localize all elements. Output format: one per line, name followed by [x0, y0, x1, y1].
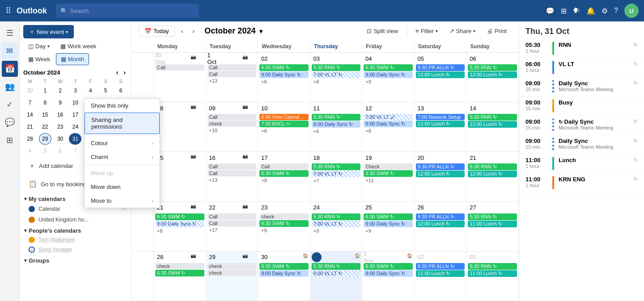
- cal-event[interactable]: 12:00 Lunch ↻: [416, 71, 465, 78]
- day-number[interactable]: 12: [364, 103, 373, 113]
- cal-event[interactable]: 12:00 Lunch ↻: [468, 121, 517, 128]
- day-number[interactable]: 28: [155, 252, 165, 262]
- ctx-charm[interactable]: Charm ›: [85, 150, 160, 164]
- cal-event[interactable]: 6:30 SWM ↻: [259, 220, 309, 227]
- week-button[interactable]: ▦ Week: [23, 53, 55, 65]
- mini-cal-day[interactable]: 9: [54, 97, 67, 109]
- cal-more-link[interactable]: +9: [312, 228, 361, 234]
- cal-event[interactable]: 5:30 RNN ↻: [468, 263, 517, 270]
- cal-event[interactable]: Call: [208, 220, 257, 226]
- cal-more-link[interactable]: +9: [364, 79, 413, 85]
- mini-cal-day[interactable]: 22: [39, 121, 51, 133]
- cal-event[interactable]: 6:30 SWM ↻: [259, 263, 309, 270]
- day-number[interactable]: 13: [416, 103, 426, 113]
- nav-tasks[interactable]: ✓: [2, 96, 18, 113]
- day-number[interactable]: 25: [364, 203, 373, 213]
- peoples-calendars-header[interactable]: ▾ People's calendars: [20, 225, 131, 235]
- cal-event[interactable]: 6:30 SWM ↻: [259, 170, 309, 177]
- cal-event[interactable]: 5:30 RNN ↻: [312, 64, 361, 71]
- cal-prev-button[interactable]: ‹: [178, 26, 186, 36]
- nav-hamburger[interactable]: ☰: [2, 25, 18, 41]
- mini-cal-day[interactable]: 10: [69, 97, 81, 109]
- cal-event[interactable]: 7:00 VL LT 🖊: [364, 114, 413, 120]
- mini-cal-day[interactable]: 6: [54, 145, 67, 157]
- day-number[interactable]: 26: [416, 203, 426, 213]
- mini-cal-day[interactable]: 30: [54, 133, 67, 145]
- ctx-move-to[interactable]: Move to ›: [85, 194, 160, 208]
- day-number[interactable]: 18: [312, 153, 322, 163]
- day-number[interactable]: 1 Oct: [208, 54, 217, 63]
- cal-event[interactable]: 11:00 Lunch ↻: [416, 270, 465, 277]
- cal-more-link[interactable]: +9: [259, 227, 309, 234]
- mini-cal-day[interactable]: 8: [39, 97, 51, 109]
- cal-event[interactable]: Call: [208, 64, 257, 71]
- day-view-button[interactable]: ◫ Day ▾: [23, 40, 55, 52]
- ctx-move-down[interactable]: Move down: [85, 180, 160, 194]
- cal-more-link[interactable]: +13: [208, 78, 257, 84]
- help-icon[interactable]: ?: [614, 7, 618, 15]
- mini-cal-day[interactable]: 1: [39, 85, 51, 96]
- cal-event[interactable]: 9:00 Daily Sync ↻: [364, 270, 413, 277]
- mini-cal-day[interactable]: 23: [54, 121, 67, 133]
- cal-event[interactable]: 12:00 Lunch ↻: [468, 171, 517, 177]
- cal-event[interactable]: check: [208, 121, 257, 127]
- day-number-31[interactable]: 31: [312, 252, 322, 262]
- calendar-item-person1[interactable]: Tom Watkinsen: [20, 235, 131, 245]
- cal-more-link[interactable]: +8: [155, 228, 204, 234]
- cal-event[interactable]: 5:30 RNN ↻: [468, 114, 517, 121]
- cal-event[interactable]: 8:30 PR ALLN ↻: [416, 263, 465, 270]
- mini-cal-next[interactable]: ›: [122, 68, 127, 77]
- month-button[interactable]: ▦ Month: [56, 53, 89, 65]
- nav-calendar[interactable]: 📅: [2, 61, 18, 77]
- day-number[interactable]: 22: [208, 203, 217, 213]
- cal-event[interactable]: 7:00 VL LT ↻: [312, 221, 361, 227]
- calendar-title-dropdown[interactable]: ▾: [259, 28, 263, 35]
- cal-event[interactable]: 12:00 Lunch ↻: [416, 171, 465, 177]
- mini-cal-day[interactable]: 5: [99, 85, 112, 96]
- cal-event[interactable]: 6:30 SWM ↻: [155, 213, 204, 220]
- day-number[interactable]: 09: [208, 103, 217, 113]
- cal-more-link[interactable]: +8: [364, 128, 413, 134]
- cal-event[interactable]: 7:00 VL LT ↻: [312, 171, 361, 177]
- cal-event[interactable]: 7:30 BSCL ✂: [259, 121, 309, 127]
- cal-event[interactable]: 5:30 RNN ↻: [312, 163, 361, 170]
- cal-event[interactable]: 6:00 VL LT ↻: [312, 270, 361, 277]
- mini-cal-day-31[interactable]: 31: [69, 133, 81, 145]
- cal-more-link[interactable]: +10: [208, 127, 257, 134]
- cal-event[interactable]: 11:00 Lunch ↻: [468, 221, 517, 227]
- feedback-icon[interactable]: 🗣: [573, 7, 580, 15]
- cal-more-link[interactable]: +7: [312, 178, 361, 184]
- day-number[interactable]: 03: [468, 252, 478, 262]
- day-number[interactable]: 11: [312, 103, 322, 113]
- cal-more-link[interactable]: +6: [259, 79, 309, 85]
- day-number[interactable]: 04: [364, 54, 373, 63]
- right-event-lunch[interactable]: 11:00 1 hour Lunch ↻: [519, 154, 644, 173]
- day-number[interactable]: 02: [416, 252, 426, 262]
- right-event-dailysync3[interactable]: 09:00 15 min Daily Sync Microsoft Teams …: [519, 135, 644, 154]
- notifications-icon[interactable]: 🔔: [586, 7, 595, 15]
- nav-people[interactable]: 👥: [2, 79, 18, 95]
- right-event-krneng[interactable]: 11:00 1 hour KRN ENG ↻: [519, 173, 644, 192]
- cal-event[interactable]: Call: [208, 114, 257, 120]
- avatar[interactable]: U: [624, 4, 639, 18]
- ctx-show-this-only[interactable]: Show this only: [85, 99, 160, 113]
- cal-event[interactable]: 6:00 Virto Calendar D: [259, 114, 309, 120]
- cal-event[interactable]: check: [208, 263, 257, 269]
- cal-event[interactable]: 11:00 Lunch ↻: [468, 270, 517, 277]
- day-number-29[interactable]: 29: [208, 252, 217, 262]
- cal-event[interactable]: 9:30 PR ALLN ↻: [416, 213, 465, 220]
- mini-cal-prev[interactable]: ‹: [114, 68, 120, 77]
- settings-icon[interactable]: ⚙: [602, 7, 608, 15]
- cal-event[interactable]: 5:30 RNN ↻: [312, 114, 361, 121]
- mini-cal-day[interactable]: 3: [69, 85, 81, 96]
- cal-event[interactable]: 9:00 Daily Sync ↻: [364, 71, 413, 78]
- mini-cal-day[interactable]: 15: [39, 109, 51, 121]
- cal-event[interactable]: check: [208, 270, 257, 276]
- day-number[interactable]: 20: [416, 153, 426, 163]
- cal-next-button[interactable]: ›: [190, 26, 197, 36]
- day-number[interactable]: 27: [468, 203, 478, 213]
- cal-event[interactable]: 5:30 RNN ↻: [468, 163, 517, 170]
- right-event-dailysync2[interactable]: 09:00 15 min ↻ Daily Sync Microsoft Team…: [519, 116, 644, 135]
- day-number[interactable]: 05: [416, 54, 426, 63]
- cal-event[interactable]: 5:30 RNN ↻: [468, 213, 517, 220]
